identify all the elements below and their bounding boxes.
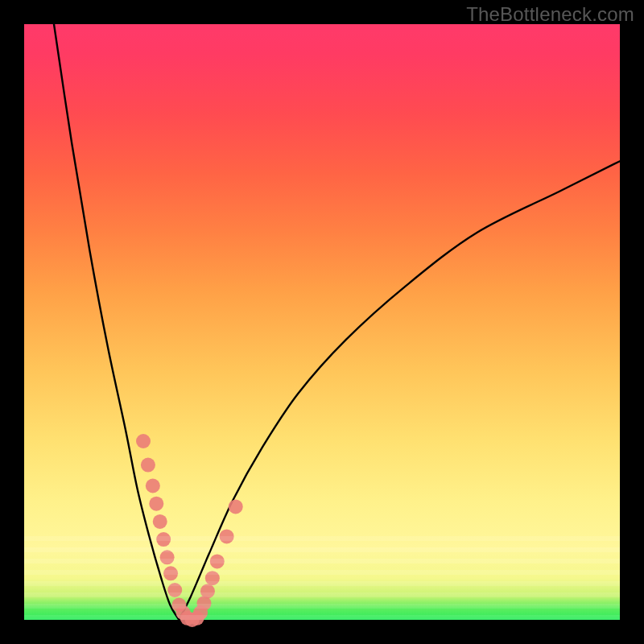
data-point [200, 584, 215, 598]
data-point [167, 583, 182, 597]
data-point [153, 514, 167, 529]
data-point [146, 479, 160, 493]
chart-frame: TheBottleneck.com [0, 0, 644, 644]
data-point [136, 434, 151, 448]
watermark-text: TheBottleneck.com [466, 3, 634, 26]
bottleneck-curve-right [179, 161, 620, 620]
data-point [160, 550, 175, 564]
data-point [156, 532, 171, 547]
data-point [210, 554, 225, 568]
data-point [205, 571, 220, 585]
data-point [149, 497, 163, 511]
data-point [141, 458, 155, 473]
data-point [229, 499, 243, 514]
chart-svg [24, 24, 620, 620]
data-point [220, 529, 234, 543]
data-point [163, 566, 178, 580]
bottleneck-curve-left [54, 24, 179, 620]
plot-area [24, 24, 620, 620]
